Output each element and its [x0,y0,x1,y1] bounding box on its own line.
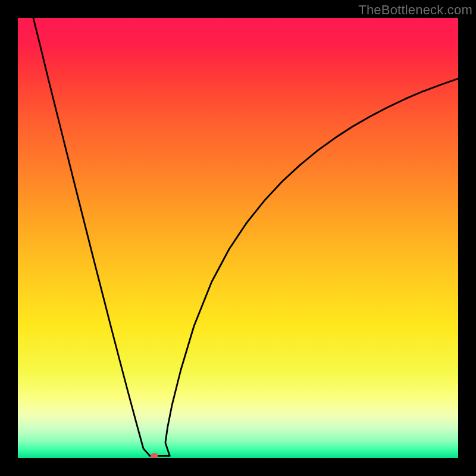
marker-dot [151,453,158,458]
bottleneck-curve [18,18,458,458]
watermark-text: TheBottleneck.com [358,2,472,18]
plot-area [18,18,458,458]
chart-container: TheBottleneck.com [0,0,476,476]
